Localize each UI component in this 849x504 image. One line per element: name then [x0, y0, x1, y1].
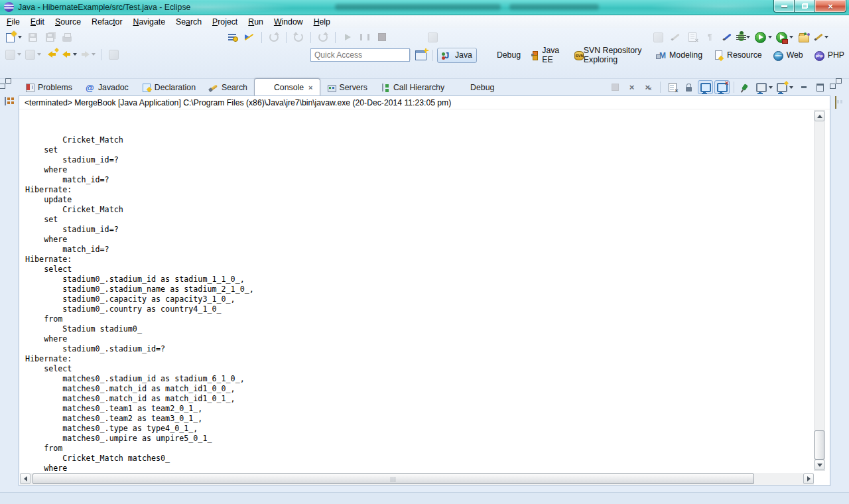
- previous-annotation-button[interactable]: [24, 47, 42, 62]
- run-icon: [755, 32, 766, 43]
- view-tab[interactable]: Javadoc: [79, 79, 135, 95]
- vertical-scroll-thumb[interactable]: [815, 430, 824, 460]
- view-tab[interactable]: Debug: [451, 79, 501, 95]
- view-tab[interactable]: Problems: [19, 79, 79, 95]
- clear-console-button[interactable]: [665, 80, 680, 94]
- star-icon: [54, 48, 58, 52]
- perspective-icon: [574, 50, 580, 60]
- perspective-icon: [656, 50, 666, 60]
- maximize-view-button[interactable]: [813, 80, 828, 94]
- chevron-down-icon: [92, 53, 96, 56]
- console-line: stadium0_.stadium_name as stadium_2_1_0_…: [25, 284, 813, 294]
- show-console-on-stdout-button[interactable]: [698, 80, 713, 94]
- open-type-button[interactable]: [796, 30, 812, 44]
- horizontal-scroll-thumb[interactable]: [33, 473, 754, 484]
- view-tab[interactable]: Search: [202, 79, 254, 95]
- perspective-button[interactable]: Modeling: [651, 48, 707, 63]
- perspective-button[interactable]: Web: [769, 48, 808, 63]
- menu-bar: File Edit Source Refactor Navigate Searc…: [0, 15, 849, 28]
- debug-button[interactable]: [736, 30, 752, 44]
- console-line: matches0_.stadium_id as stadium_6_1_0_,: [25, 374, 813, 384]
- console-line: from: [25, 444, 813, 454]
- open-perspective-button[interactable]: [413, 48, 428, 62]
- console-text-area[interactable]: Cricket_Match set stadium_id=? where mat…: [19, 110, 813, 472]
- next-annotation-button[interactable]: [4, 47, 23, 62]
- minimize-button[interactable]: [773, 0, 794, 13]
- remove-launch-button[interactable]: ×: [624, 80, 639, 94]
- menu-item[interactable]: Project: [207, 17, 243, 27]
- close-tab-icon[interactable]: ×: [308, 84, 312, 92]
- perspective-button[interactable]: PHP: [810, 48, 849, 63]
- scroll-left-button[interactable]: [20, 473, 31, 484]
- last-edit-location-button[interactable]: [44, 47, 60, 62]
- view-tab[interactable]: Console ×: [254, 78, 320, 95]
- horizontal-scrollbar[interactable]: [20, 473, 814, 485]
- pin-console-button[interactable]: [738, 80, 753, 94]
- display-selected-console-button[interactable]: [755, 80, 774, 94]
- highlighter-button[interactable]: [813, 30, 830, 44]
- mark-occurrences-button[interactable]: [719, 30, 735, 44]
- back-button[interactable]: [61, 47, 78, 62]
- menu-item[interactable]: Source: [50, 17, 86, 27]
- forward-history-button[interactable]: [315, 30, 331, 44]
- refresh-button[interactable]: [291, 30, 306, 44]
- link-node-button[interactable]: [424, 30, 440, 44]
- new-wizard-button[interactable]: [4, 30, 23, 44]
- terminate-button[interactable]: [374, 30, 390, 44]
- restore-button[interactable]: [794, 0, 815, 13]
- menu-item[interactable]: Navigate: [127, 17, 170, 27]
- close-button[interactable]: ×: [815, 0, 846, 13]
- menu-item[interactable]: Edit: [25, 17, 50, 27]
- console-body: <terminated> MergeBook [Java Application…: [19, 95, 830, 486]
- menu-item[interactable]: Help: [308, 17, 336, 27]
- show-console-on-stderr-button[interactable]: [714, 80, 730, 94]
- perspective-button[interactable]: Debug: [479, 48, 525, 63]
- show-whitespace-button[interactable]: ¶: [702, 30, 718, 44]
- external-tools-button[interactable]: [775, 30, 795, 44]
- remove-all-launches-button[interactable]: ××: [641, 80, 656, 94]
- minimized-outline-button[interactable]: [835, 97, 836, 109]
- view-tab[interactable]: Servers: [320, 79, 374, 95]
- perspective-button[interactable]: Java EE: [527, 43, 567, 67]
- menu-item[interactable]: Refactor: [86, 17, 127, 27]
- save-button[interactable]: [25, 30, 40, 44]
- task-list-button[interactable]: [224, 30, 240, 44]
- format-button[interactable]: [667, 30, 683, 44]
- open-element-button[interactable]: [685, 30, 700, 44]
- perspective-button[interactable]: Resource: [709, 48, 767, 63]
- scroll-lock-button[interactable]: [681, 80, 696, 94]
- menu-item[interactable]: Search: [170, 17, 207, 27]
- minimize-view-button[interactable]: [796, 80, 811, 94]
- scroll-up-button[interactable]: [815, 111, 824, 121]
- vertical-scrollbar[interactable]: [814, 110, 825, 471]
- resume-button[interactable]: [340, 30, 356, 44]
- stderr-monitor-icon: [717, 83, 728, 92]
- open-console-button[interactable]: [775, 80, 795, 94]
- perspective-icon: [714, 50, 724, 60]
- perspective-button[interactable]: Java: [437, 48, 477, 63]
- menu-item[interactable]: Window: [269, 17, 308, 27]
- tag-button[interactable]: [650, 30, 666, 44]
- skip-all-breakpoints-button[interactable]: [241, 30, 257, 44]
- view-tab-icon: [25, 83, 34, 92]
- back-history-button[interactable]: [266, 30, 282, 44]
- forward-button[interactable]: [80, 47, 97, 62]
- run-button[interactable]: [753, 30, 773, 44]
- print-button[interactable]: [59, 30, 75, 44]
- perspective-label: Java: [455, 50, 472, 60]
- view-tab[interactable]: Call Hierarchy: [374, 79, 451, 95]
- pin-editor-button[interactable]: [105, 47, 121, 62]
- scroll-right-button[interactable]: [803, 473, 814, 484]
- perspective-button[interactable]: SVN Repository Exploring: [569, 43, 649, 67]
- terminate-console-button[interactable]: [608, 80, 623, 94]
- view-tab[interactable]: Declaration: [135, 79, 202, 95]
- scroll-down-button[interactable]: [815, 460, 824, 470]
- pause-button[interactable]: [357, 30, 373, 44]
- next-annotation-icon: [5, 50, 15, 60]
- forward-history-icon: [318, 32, 328, 42]
- menu-item[interactable]: Run: [243, 17, 269, 27]
- chevron-down-icon: [789, 86, 793, 89]
- quick-access-input[interactable]: [310, 48, 410, 62]
- save-all-button[interactable]: [42, 30, 58, 44]
- menu-item[interactable]: File: [1, 17, 25, 27]
